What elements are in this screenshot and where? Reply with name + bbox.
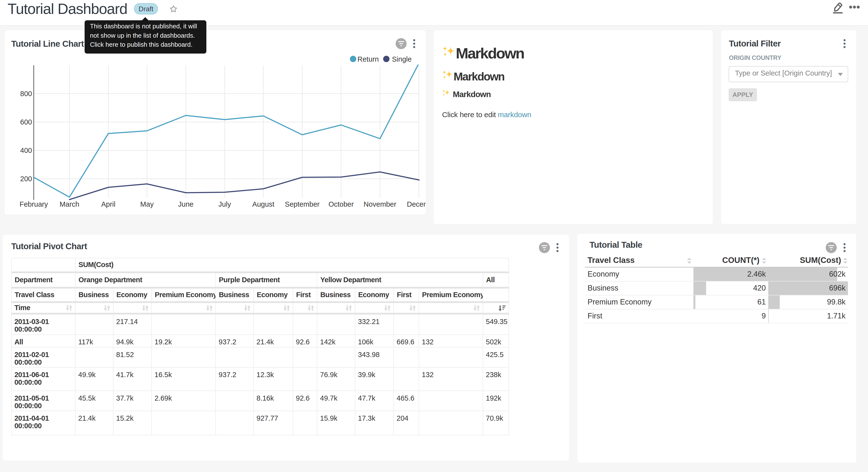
svg-text:August: August xyxy=(252,200,274,208)
svg-text:February: February xyxy=(20,200,48,208)
svg-text:July: July xyxy=(218,200,231,208)
svg-text:400: 400 xyxy=(20,147,32,154)
svg-text:April: April xyxy=(101,200,115,208)
svg-text:May: May xyxy=(141,200,154,208)
svg-text:800: 800 xyxy=(20,90,32,97)
svg-text:September: September xyxy=(285,200,319,208)
svg-text:June: June xyxy=(178,200,194,208)
svg-text:October: October xyxy=(329,200,353,208)
svg-text:December: December xyxy=(407,200,426,208)
svg-text:200: 200 xyxy=(20,175,32,183)
svg-text:600: 600 xyxy=(20,118,32,126)
svg-text:November: November xyxy=(364,200,396,208)
svg-text:March: March xyxy=(60,200,80,208)
